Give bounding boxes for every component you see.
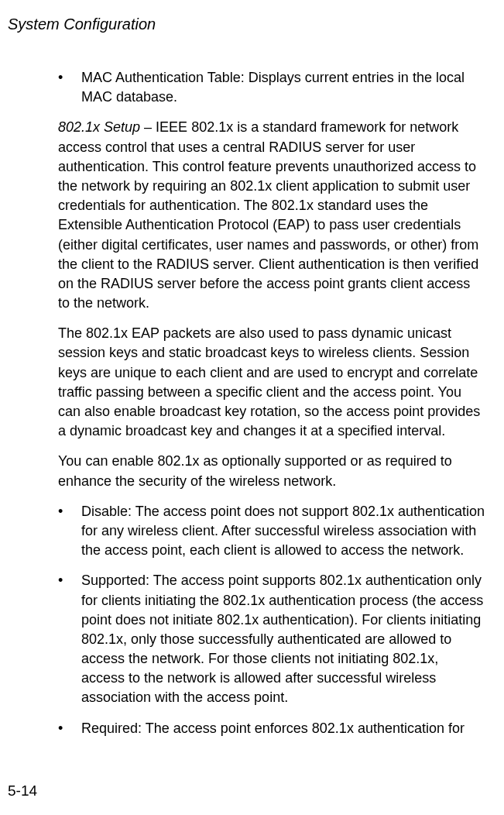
list-item-text: Disable: The access point does not suppo…	[81, 502, 485, 561]
list-item-text: Supported: The access point supports 802…	[81, 571, 485, 707]
bullet-icon: •	[58, 719, 81, 738]
body-paragraph: You can enable 802.1x as optionally supp…	[58, 452, 485, 490]
body-paragraph: 802.1x Setup – IEEE 802.1x is a standard…	[58, 118, 485, 313]
list-item: • Supported: The access point supports 8…	[58, 571, 485, 707]
page-number: 5-14	[8, 782, 37, 800]
page-content: • MAC Authentication Table: Displays cur…	[8, 68, 496, 738]
bullet-icon: •	[58, 502, 81, 561]
list-item: • MAC Authentication Table: Displays cur…	[58, 68, 485, 107]
list-item: • Disable: The access point does not sup…	[58, 502, 485, 561]
paragraph-text: – IEEE 802.1x is a standard framework fo…	[58, 119, 478, 311]
bullet-icon: •	[58, 68, 81, 107]
list-item-text: Required: The access point enforces 802.…	[81, 719, 485, 738]
list-item: • Required: The access point enforces 80…	[58, 719, 485, 738]
list-item-text: MAC Authentication Table: Displays curre…	[81, 68, 485, 107]
page-header-title: System Configuration	[8, 15, 496, 33]
setup-label: 802.1x Setup	[58, 119, 140, 135]
bullet-icon: •	[58, 571, 81, 707]
body-paragraph: The 802.1x EAP packets are also used to …	[58, 324, 485, 441]
